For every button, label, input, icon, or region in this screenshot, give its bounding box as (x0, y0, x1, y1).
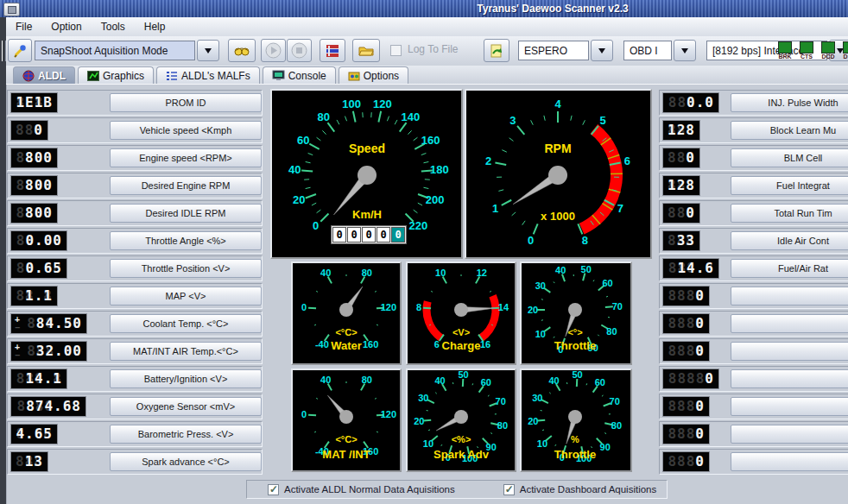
svg-text:6: 6 (434, 339, 440, 350)
system-menu-button[interactable] (3, 3, 20, 16)
right-meter-label-button[interactable] (731, 342, 848, 361)
obd-select-arrow[interactable] (674, 40, 696, 61)
left-meter-label-button[interactable]: Throttle Position <V> (110, 259, 262, 278)
menu-tools[interactable]: Tools (92, 17, 135, 36)
right-meter-label-button[interactable] (731, 452, 848, 471)
menu-help[interactable]: Help (135, 17, 175, 36)
acquisition-mode-select[interactable]: SnapShoot Aquisition Mode (35, 41, 195, 60)
odometer-digit: 0 (347, 227, 361, 243)
left-meter-label-button[interactable]: Coolant Temp. <°C> (110, 314, 262, 333)
right-meter-label-button[interactable] (731, 397, 848, 416)
right-meter-row: 88833Idle Air Cont (659, 228, 848, 254)
right-meter-label-button[interactable]: Fuel/Air Rat (731, 259, 848, 278)
left-meter-label-button[interactable]: MAT/INT AIR Temp.<°C> (110, 342, 262, 361)
gauge-mat-int: -4004080120160<°C>MAT /INT (291, 369, 402, 472)
folder-icon (358, 43, 375, 58)
left-meter-label-button[interactable]: MAP <V> (110, 287, 262, 306)
log-to-file-label: Log To File (408, 43, 458, 55)
svg-text:<°C>: <°C> (335, 327, 357, 337)
svg-text:0: 0 (301, 302, 307, 312)
right-meter-row: 88880 (659, 311, 848, 337)
left-meter-label-button[interactable]: Oxygene Sensor <mV> (110, 397, 262, 416)
svg-text:80: 80 (611, 420, 622, 431)
vehicle-select-arrow[interactable] (591, 40, 613, 61)
svg-text:120: 120 (373, 98, 392, 110)
export-button[interactable] (484, 39, 509, 62)
svg-text:70: 70 (612, 301, 623, 312)
menu-option[interactable]: Option (41, 17, 91, 36)
right-meter-label-button[interactable] (731, 425, 848, 444)
right-meter-label-button[interactable] (731, 369, 848, 388)
svg-text:100: 100 (342, 98, 361, 110)
left-led-display: 888.814.1 (10, 369, 67, 389)
left-meter-label-button[interactable]: Engine speed <RPM> (110, 148, 262, 167)
svg-text:1: 1 (492, 202, 498, 215)
right-meter-label-button[interactable]: Block Learn Mu (731, 121, 848, 140)
svg-text:50: 50 (572, 370, 582, 380)
right-meter-label-button[interactable]: BLM Cell (731, 148, 848, 167)
gauge-charge: 6810121416<V>Charge (406, 261, 516, 365)
left-meter-label-button[interactable]: Barometric Press. <V> (110, 425, 262, 444)
svg-text:5: 5 (599, 114, 605, 127)
left-meter-label-button[interactable]: Throttle Angle <%> (110, 231, 262, 250)
tab-console[interactable]: Console (263, 66, 336, 84)
right-meter-label-button[interactable] (731, 287, 848, 306)
left-meter-label-button[interactable]: PROM ID (110, 93, 262, 112)
left-meter-label-button[interactable]: Spark advance <°C> (110, 452, 262, 471)
tab-aldl-malfs[interactable]: ALDL's MALFs (156, 66, 260, 84)
left-meter-label-button[interactable]: Desired IDLE RPM (110, 204, 262, 223)
log-to-file-checkbox[interactable] (390, 45, 402, 56)
tab-options[interactable]: Options (339, 66, 408, 84)
stop-button[interactable] (287, 39, 312, 62)
menu-file[interactable]: File (6, 17, 41, 36)
menu-bar: File Option Tools Help (6, 17, 848, 37)
left-led-display: 88.81.1 (10, 286, 58, 306)
glasses-icon (233, 44, 250, 58)
vehicle-select[interactable]: ESPERO (518, 41, 589, 60)
left-meter-row: 8888.88874.68Oxygene Sensor <mV> (7, 394, 263, 419)
svg-text:220: 220 (409, 219, 428, 232)
title-bar: Tyranus' Daewoo Scanner v2.3 (0, 0, 848, 18)
right-led-display: 8880 (662, 203, 700, 224)
left-meter-label-button[interactable]: Vehicle speed <Kmph (110, 121, 262, 140)
activate-aldl-checkbox-group: Activate ALDL Normal Data Aquisitions (268, 484, 455, 495)
acquisition-mode-arrow[interactable] (197, 40, 219, 61)
tab-aldl[interactable]: ALDL (13, 66, 75, 84)
left-led-display: 8888.88874.68 (10, 396, 86, 417)
left-meter-row: +−888.8832.00MAT/INT AIR Temp.<°C> (7, 338, 263, 364)
list-icon (166, 70, 178, 82)
gauge-mat-int-face: -4004080120160<°C>MAT /INT (293, 370, 400, 470)
svg-text:30: 30 (418, 393, 428, 403)
svg-text:8: 8 (582, 234, 588, 247)
right-meter-row: 888880 (659, 366, 848, 392)
svg-text:180: 180 (430, 163, 449, 176)
left-meter-label-button[interactable]: Desired Engine RPM (110, 176, 262, 195)
activate-dashboard-checkbox[interactable] (503, 484, 515, 495)
open-folder-button[interactable] (352, 39, 380, 62)
watch-data-button[interactable] (228, 39, 256, 62)
right-meter-label-button[interactable]: Total Run Tim (731, 204, 848, 223)
right-meter-label-button[interactable]: Idle Air Cont (731, 231, 848, 250)
data-table-button[interactable] (320, 39, 345, 62)
svg-text:20: 20 (528, 416, 538, 426)
svg-text:0: 0 (301, 409, 307, 419)
status-led-cts: CTS (795, 41, 818, 60)
right-meter-label-button[interactable]: Fuel Integrat (731, 176, 848, 195)
svg-text:30: 30 (532, 393, 542, 403)
gauge-throttle-pct-face: 0102030405060708090100%Throttle (522, 370, 629, 470)
status-led-brk: BRK (774, 41, 796, 60)
right-meter-label-button[interactable] (731, 314, 848, 333)
activate-aldl-checkbox[interactable] (268, 484, 279, 495)
play-button[interactable] (261, 39, 286, 62)
odometer-digit: 0 (362, 227, 376, 243)
right-meter-label-button[interactable]: INJ. Pulse Width (731, 93, 848, 112)
tab-graphics[interactable]: Graphics (78, 66, 154, 84)
obd-select[interactable]: OBD I (623, 41, 672, 60)
connect-button[interactable] (8, 39, 32, 62)
gauge-rpm: 012345678RPMx 1000 (465, 89, 652, 259)
toolbar-grip[interactable] (2, 41, 6, 61)
svg-text:<°C>: <°C> (335, 434, 357, 444)
svg-text:<V>: <V> (452, 327, 470, 337)
left-meter-label-button[interactable]: Battery/Ignition <V> (110, 369, 262, 388)
console-icon (272, 70, 285, 82)
